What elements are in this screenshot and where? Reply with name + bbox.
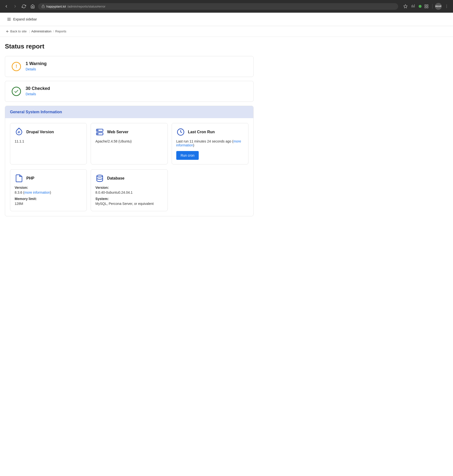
- webserver-card-body: Apache/2.4.58 (Ubuntu): [95, 139, 163, 143]
- profile-button[interactable]: RSVP: [435, 3, 442, 10]
- svg-marker-1: [404, 5, 407, 8]
- database-card: Database Version: 8.0.40-0ubuntu0.24.04.…: [91, 169, 167, 211]
- database-version-value: 8.0.40-0ubuntu0.24.04.1: [95, 190, 133, 194]
- warning-circle-icon: !: [12, 62, 21, 71]
- browser-chrome: happyplant.lol/admin/reports/status#erro…: [0, 0, 453, 13]
- home-button[interactable]: [29, 3, 36, 10]
- php-card-title: PHP: [26, 176, 34, 181]
- php-card-header: PHP: [15, 174, 82, 183]
- section-title: General System Information: [10, 110, 248, 114]
- svg-rect-8: [427, 7, 428, 8]
- file-icon: [15, 174, 23, 183]
- webserver-card-header: Web Server: [95, 128, 163, 136]
- database-card-body: Version: 8.0.40-0ubuntu0.24.04.1 System:…: [95, 186, 163, 206]
- database-version-label: Version:: [95, 186, 109, 190]
- drupal-version: 11.1.1: [15, 139, 82, 143]
- database-icon: [95, 174, 104, 183]
- more-button[interactable]: [443, 3, 450, 10]
- svg-point-11: [446, 6, 447, 7]
- system-info-section: General System Information Drupal Versio…: [5, 106, 254, 216]
- page-title: Status report: [5, 43, 254, 50]
- database-card-header: Database: [95, 174, 163, 183]
- separator: [432, 4, 433, 9]
- empty-card: [172, 169, 248, 211]
- cron-card-title: Last Cron Run: [188, 130, 215, 134]
- drupal-version-card: Drupal Version 11.1.1: [10, 123, 87, 164]
- checked-circle-icon: [12, 87, 21, 96]
- forward-button[interactable]: [12, 3, 19, 10]
- warning-title: 1 Warning: [26, 61, 47, 66]
- webserver-card-title: Web Server: [107, 130, 128, 134]
- database-system-value: MySQL, Percona Server, or equivalent: [95, 202, 154, 206]
- warning-card: ! 1 Warning Details: [5, 56, 254, 77]
- svg-point-19: [98, 130, 98, 131]
- browser-actions: RSVP: [402, 3, 450, 10]
- breadcrumb-administration-link[interactable]: Administration: [31, 29, 51, 33]
- database-version-value-row: 8.0.40-0ubuntu0.24.04.1: [95, 190, 163, 194]
- server-icon: [95, 128, 104, 136]
- warning-details-link[interactable]: Details: [26, 67, 36, 71]
- checked-title: 30 Checked: [26, 86, 50, 91]
- database-system-value-row: MySQL, Percona Server, or equivalent: [95, 202, 163, 206]
- extensions-button[interactable]: [423, 3, 430, 10]
- warning-icon: !: [11, 61, 22, 72]
- php-version-value: 8.3.6: [15, 190, 22, 194]
- cron-card-header: Last Cron Run: [176, 128, 244, 136]
- address-domain: happyplant.lol: [46, 5, 66, 8]
- drupal-icon: [15, 128, 23, 136]
- main-content: Status report ! 1 Warning Details 30 Che…: [0, 37, 258, 222]
- php-memory-label: Memory limit:: [15, 197, 37, 201]
- expand-sidebar-button[interactable]: Expand sidebar: [5, 16, 39, 22]
- status-indicator: [419, 5, 422, 8]
- back-to-site-link[interactable]: Back to site: [5, 29, 28, 34]
- sidebar-toggle-label: Expand sidebar: [13, 17, 37, 21]
- address-bar[interactable]: happyplant.lol/admin/reports/status#erro…: [38, 3, 398, 10]
- svg-rect-6: [425, 5, 426, 6]
- php-version-value-row: 8.3.6 (more information): [15, 190, 82, 194]
- database-version-label-row: Version:: [95, 186, 163, 190]
- database-system-label-row: System:: [95, 197, 163, 201]
- drupal-card-title: Drupal Version: [26, 130, 54, 134]
- database-card-title: Database: [107, 176, 124, 181]
- php-card: PHP Version: 8.3.6 (more information) Me…: [10, 169, 87, 211]
- back-to-site-label: Back to site: [10, 29, 27, 33]
- php-memory-value-row: 128M: [15, 202, 82, 206]
- php-card-body: Version: 8.3.6 (more information) Memory…: [15, 186, 82, 206]
- php-more-info-link[interactable]: more information: [24, 190, 50, 194]
- php-version-label: Version:: [15, 186, 28, 190]
- reload-button[interactable]: [20, 3, 27, 10]
- webserver-value: Apache/2.4.58 (Ubuntu): [95, 139, 163, 143]
- cron-description: Last run 11 minutes 24 seconds ago (more…: [176, 139, 244, 147]
- breadcrumb: Back to site | Administration / Reports: [0, 26, 453, 37]
- checked-card: 30 Checked Details: [5, 81, 254, 102]
- webserver-card: Web Server Apache/2.4.58 (Ubuntu): [91, 123, 167, 164]
- cron-card-body: Last run 11 minutes 24 seconds ago (more…: [176, 139, 244, 160]
- info-cards-row-1: Drupal Version 11.1.1: [5, 118, 253, 169]
- cron-card: Last Cron Run Last run 11 minutes 24 sec…: [172, 123, 248, 164]
- svg-rect-7: [427, 5, 428, 6]
- checked-content: 30 Checked Details: [26, 86, 50, 96]
- svg-rect-9: [425, 7, 426, 8]
- drupal-card-header: Drupal Version: [15, 128, 82, 136]
- php-memory-label-row: Memory limit:: [15, 197, 82, 201]
- svg-point-12: [446, 7, 447, 8]
- star-button[interactable]: [402, 3, 409, 10]
- address-path: /admin/reports/status#error: [67, 5, 105, 8]
- breadcrumb-current: Reports: [55, 29, 67, 33]
- section-header: General System Information: [5, 106, 253, 118]
- back-button[interactable]: [3, 3, 10, 10]
- svg-rect-0: [42, 6, 45, 8]
- drupal-card-body: 11.1.1: [15, 139, 82, 143]
- breadcrumb-separator-1: |: [29, 29, 30, 33]
- app-header: Expand sidebar: [0, 13, 453, 26]
- checked-details-link[interactable]: Details: [26, 92, 36, 96]
- run-cron-button[interactable]: Run cron: [176, 151, 199, 160]
- php-version-row: Version:: [15, 186, 82, 190]
- signal-button[interactable]: [410, 3, 417, 10]
- database-system-label: System:: [95, 197, 108, 201]
- breadcrumb-slash: /: [53, 29, 54, 33]
- info-cards-row-2: PHP Version: 8.3.6 (more information) Me…: [5, 169, 253, 216]
- warning-content: 1 Warning Details: [26, 61, 47, 71]
- checked-icon: [11, 86, 22, 97]
- svg-point-20: [98, 133, 98, 134]
